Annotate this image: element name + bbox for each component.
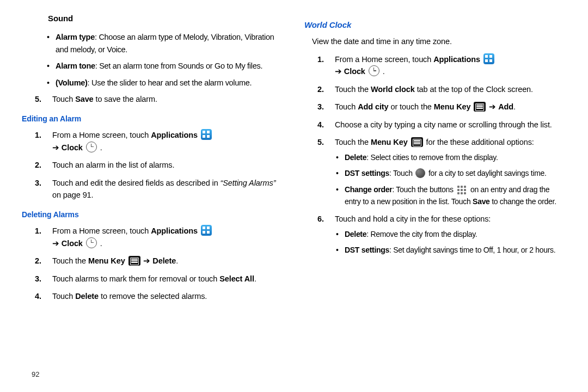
world-clock-steps: 1. From a Home screen, touch Application… — [304, 53, 566, 256]
del-step-4: 4.Touch Delete to remove the selected al… — [22, 290, 284, 302]
menu-key-icon — [474, 102, 486, 112]
world-clock-intro: View the date and time in any time zone. — [312, 35, 566, 47]
sub6-delete: Delete: Remove the city from the display… — [335, 229, 566, 241]
clock-icon — [86, 142, 97, 152]
svg-rect-4 — [203, 226, 205, 229]
step-save: 5.Touch Save to save the alarm. — [22, 93, 284, 105]
wc-step-4: 4.Choose a city by typing a city name or… — [304, 119, 566, 131]
wc-step-6: 6. Touch and hold a city in the for thes… — [304, 213, 566, 256]
applications-icon — [483, 53, 494, 64]
editing-heading: Editing an Alarm — [22, 113, 284, 125]
applications-icon — [201, 129, 212, 140]
page-number: 92 — [32, 369, 39, 380]
del-step-3: 3.Touch alarms to mark them for removal … — [22, 273, 284, 285]
applications-icon — [201, 225, 212, 236]
sub-delete: Delete: Select cities to remove from the… — [335, 152, 566, 164]
svg-rect-3 — [207, 135, 210, 138]
wc-step-1: 1. From a Home screen, touch Application… — [304, 53, 566, 78]
editing-steps: 1. From a Home screen, touch Application… — [22, 129, 284, 201]
drag-handle-icon — [456, 185, 467, 194]
sub-change-order: Change order: Touch the buttons on an en… — [335, 184, 566, 207]
sound-steps: 5.Touch Save to save the alarm. — [22, 93, 284, 105]
svg-rect-8 — [485, 55, 488, 58]
bullet-volume: (Volume): Use the slider to hear and set… — [22, 77, 284, 89]
bullet-alarm-tone: Alarm tone: Set an alarm tone from Sound… — [22, 60, 284, 72]
del-step-2: 2. Touch the Menu Key ➔ Delete. — [22, 255, 284, 267]
wc-step-2: 2.Touch the World clock tab at the top o… — [304, 83, 566, 95]
del-step-1: 1. From a Home screen, touch Application… — [22, 225, 284, 249]
svg-rect-6 — [203, 231, 205, 234]
svg-rect-7 — [207, 231, 210, 234]
deleting-heading: Deleting Alarms — [22, 209, 284, 221]
svg-rect-0 — [203, 131, 205, 133]
svg-rect-1 — [207, 131, 210, 133]
clock-icon — [369, 65, 379, 76]
wc-step-6-sub: Delete: Remove the city from the display… — [335, 229, 566, 256]
edit-step-1: 1. From a Home screen, touch Application… — [22, 129, 284, 154]
right-column: World Clock View the date and time in an… — [304, 12, 566, 308]
menu-key-icon — [128, 256, 140, 266]
dst-icon — [415, 168, 425, 178]
svg-rect-9 — [489, 55, 492, 58]
svg-rect-10 — [485, 59, 488, 62]
wc-step-5-sub: Delete: Select cities to remove from the… — [335, 152, 566, 208]
svg-rect-5 — [207, 226, 210, 229]
bullet-alarm-type: Alarm type: Choose an alarm type of Melo… — [22, 31, 284, 56]
sub-dst: DST settings: Touch for a city to set da… — [335, 168, 566, 180]
deleting-steps: 1. From a Home screen, touch Application… — [22, 225, 284, 302]
left-column: Sound Alarm type: Choose an alarm type o… — [22, 12, 284, 308]
sub6-dst: DST settings: Set daylight savings time … — [335, 244, 566, 256]
wc-step-3: 3. Touch Add city or touch the Menu Key … — [304, 101, 566, 113]
edit-step-3: 3.Touch and edit the desired fields as d… — [22, 177, 284, 201]
svg-rect-11 — [489, 59, 492, 62]
svg-rect-2 — [203, 135, 205, 138]
wc-step-5: 5. Touch the Menu Key for the these addi… — [304, 136, 566, 207]
clock-icon — [86, 237, 97, 248]
menu-key-icon — [411, 137, 423, 147]
edit-step-2: 2.Touch an alarm in the list of alarms. — [22, 159, 284, 171]
sound-bullets: Alarm type: Choose an alarm type of Melo… — [22, 31, 284, 89]
sound-heading: Sound — [48, 12, 284, 24]
world-clock-heading: World Clock — [304, 19, 566, 31]
